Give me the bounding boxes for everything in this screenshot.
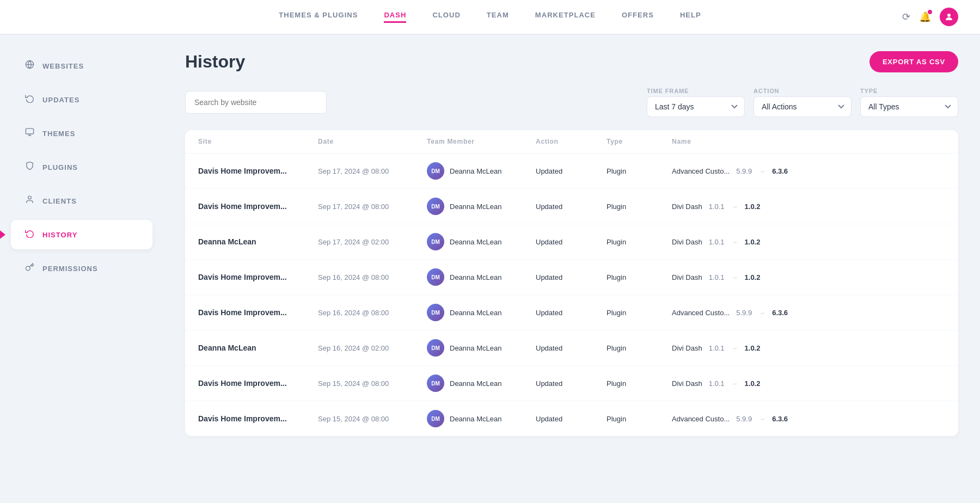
table-row[interactable]: Davis Home Improvem... Sep 16, 2024 @ 08…	[185, 260, 958, 295]
cell-date: Sep 17, 2024 @ 02:00	[318, 238, 427, 246]
search-input[interactable]	[185, 91, 327, 114]
notification-dot	[928, 10, 932, 14]
version-to: 6.3.6	[772, 415, 788, 423]
member-avatar: DM	[427, 410, 444, 427]
cell-date: Sep 17, 2024 @ 08:00	[318, 203, 427, 211]
cell-site: Davis Home Improvem...	[198, 308, 318, 317]
col-action: Action	[536, 138, 607, 145]
table-header: Site Date Team Member Action Type Name	[185, 130, 958, 154]
sidebar-label-history: HISTORY	[42, 231, 77, 239]
filters-bar: TIME FRAME Last 7 days Last 14 days Last…	[185, 88, 958, 117]
cell-type: Plugin	[607, 203, 672, 211]
nav-marketplace[interactable]: MARKETPLACE	[535, 11, 596, 23]
cell-member: DM Deanna McLean	[427, 233, 536, 250]
cell-site: Deanna McLean	[198, 237, 318, 246]
svg-point-6	[28, 196, 31, 199]
cell-type: Plugin	[607, 273, 672, 281]
sidebar-item-updates[interactable]: UPDATES	[11, 85, 152, 114]
sidebar-item-themes[interactable]: THEMES	[11, 119, 152, 148]
cell-date: Sep 16, 2024 @ 08:00	[318, 273, 427, 281]
plugin-name: Advanced Custo...	[672, 309, 730, 317]
version-arrow-icon: →	[731, 344, 738, 352]
table-body: Davis Home Improvem... Sep 17, 2024 @ 08…	[185, 154, 958, 436]
sidebar-item-plugins[interactable]: PLUGINS	[11, 152, 152, 182]
sidebar-item-websites[interactable]: WEBSITES	[11, 51, 152, 81]
version-arrow-icon: →	[731, 203, 738, 211]
cell-date: Sep 16, 2024 @ 08:00	[318, 309, 427, 317]
plugin-name: Divi Dash	[672, 203, 702, 211]
bell-icon[interactable]: 🔔	[919, 11, 931, 23]
col-name: Name	[672, 138, 945, 145]
table-row[interactable]: Davis Home Improvem... Sep 17, 2024 @ 08…	[185, 189, 958, 224]
table-row[interactable]: Davis Home Improvem... Sep 17, 2024 @ 08…	[185, 154, 958, 189]
cell-action: Updated	[536, 167, 607, 175]
page-title: History	[185, 52, 245, 72]
sidebar-item-permissions[interactable]: PERMISSIONS	[11, 254, 152, 283]
version-from: 1.0.1	[709, 379, 725, 388]
version-to: 1.0.2	[745, 203, 761, 211]
member-avatar: DM	[427, 375, 444, 392]
version-arrow-icon: →	[758, 415, 765, 423]
cell-type: Plugin	[607, 344, 672, 352]
refresh-icon[interactable]: ⟳	[902, 11, 910, 23]
type-select[interactable]: All Types Plugin Theme	[860, 96, 958, 117]
cell-action: Updated	[536, 415, 607, 423]
cell-action: Updated	[536, 379, 607, 388]
version-arrow-icon: →	[731, 273, 738, 281]
avatar[interactable]	[940, 8, 958, 26]
table-row[interactable]: Deanna McLean Sep 17, 2024 @ 02:00 DM De…	[185, 224, 958, 260]
action-select[interactable]: All Actions Updated Installed	[754, 96, 852, 117]
cell-action: Updated	[536, 273, 607, 281]
cell-site: Davis Home Improvem...	[198, 167, 318, 175]
nav-links: THEMES & PLUGINS DASH CLOUD TEAM MARKETP…	[279, 11, 701, 23]
nav-offers[interactable]: OFFERS	[622, 11, 654, 23]
table-row[interactable]: Deanna McLean Sep 16, 2024 @ 02:00 DM De…	[185, 330, 958, 366]
history-icon	[24, 229, 35, 241]
cell-type: Plugin	[607, 238, 672, 246]
cell-site: Davis Home Improvem...	[198, 414, 318, 423]
member-avatar: DM	[427, 339, 444, 357]
cell-type: Plugin	[607, 167, 672, 175]
plugin-name: Divi Dash	[672, 344, 702, 352]
cell-name: Divi Dash 1.0.1 → 1.0.2	[672, 238, 945, 246]
member-avatar: DM	[427, 198, 444, 215]
nav-help[interactable]: HELP	[680, 11, 701, 23]
clients-icon	[24, 195, 35, 207]
themes-icon	[24, 127, 35, 139]
version-to: 6.3.6	[772, 167, 788, 175]
layout: WEBSITES UPDATES THEMES	[0, 35, 980, 503]
red-arrow-indicator	[0, 227, 5, 242]
cell-member: DM Deanna McLean	[427, 198, 536, 215]
col-site: Site	[198, 138, 318, 145]
type-filter: TYPE All Types Plugin Theme	[860, 88, 958, 117]
nav-team[interactable]: TEAM	[487, 11, 509, 23]
version-arrow-icon: →	[731, 379, 738, 388]
time-frame-label: TIME FRAME	[647, 88, 745, 94]
export-csv-button[interactable]: EXPORT AS CSV	[869, 51, 958, 72]
version-to: 6.3.6	[772, 309, 788, 317]
table-row[interactable]: Davis Home Improvem... Sep 15, 2024 @ 08…	[185, 401, 958, 436]
sidebar-item-history[interactable]: HISTORY	[11, 220, 152, 249]
cell-name: Divi Dash 1.0.1 → 1.0.2	[672, 379, 945, 388]
sidebar-label-themes: THEMES	[42, 130, 75, 138]
cell-member: DM Deanna McLean	[427, 268, 536, 286]
sidebar-item-clients[interactable]: CLIENTS	[11, 186, 152, 216]
version-from: 1.0.1	[709, 238, 725, 246]
version-arrow-icon: →	[758, 167, 765, 175]
cell-action: Updated	[536, 344, 607, 352]
version-to: 1.0.2	[745, 344, 761, 352]
nav-themes-plugins[interactable]: THEMES & PLUGINS	[279, 11, 358, 23]
time-frame-select[interactable]: Last 7 days Last 14 days Last 30 days	[647, 96, 745, 117]
cell-member: DM Deanna McLean	[427, 304, 536, 321]
version-from: 5.9.9	[736, 415, 752, 423]
plugin-name: Advanced Custo...	[672, 167, 730, 175]
nav-dash[interactable]: DASH	[384, 11, 406, 23]
table-row[interactable]: Davis Home Improvem... Sep 16, 2024 @ 08…	[185, 295, 958, 330]
cell-name: Divi Dash 1.0.1 → 1.0.2	[672, 344, 945, 352]
plugins-icon	[24, 161, 35, 173]
nav-cloud[interactable]: CLOUD	[432, 11, 460, 23]
sidebar-label-clients: CLIENTS	[42, 197, 77, 205]
nav-right: ⟳ 🔔	[902, 8, 958, 26]
version-from: 1.0.1	[709, 344, 725, 352]
table-row[interactable]: Davis Home Improvem... Sep 15, 2024 @ 08…	[185, 366, 958, 401]
